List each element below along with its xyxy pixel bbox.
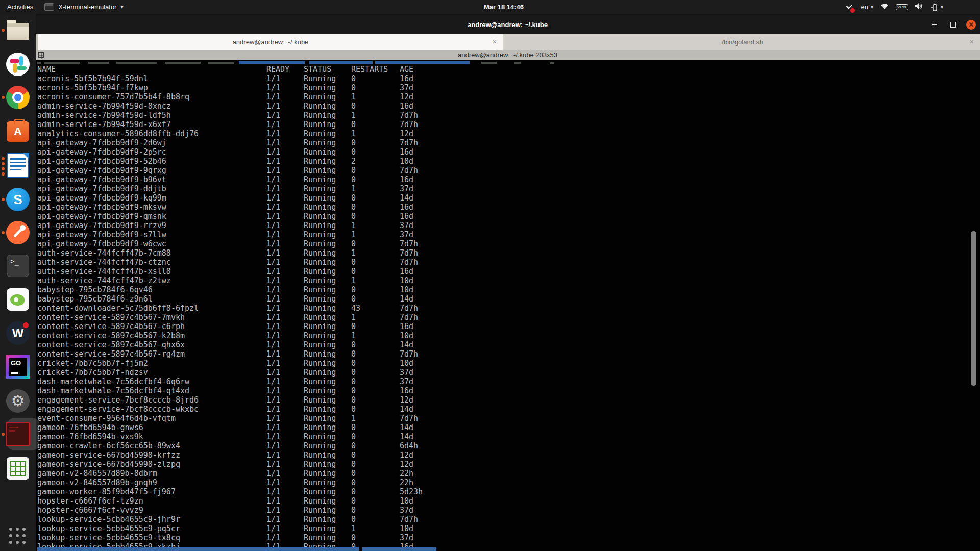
dock-item-slack[interactable] xyxy=(6,52,30,77)
pod-age: 37d xyxy=(400,221,413,230)
tab-close-icon[interactable]: × xyxy=(493,34,497,50)
pod-status: Running xyxy=(304,340,336,349)
pod-ready: 1/1 xyxy=(266,423,280,432)
dock-item-goland[interactable]: GO xyxy=(6,355,30,379)
pod-ready: 1/1 xyxy=(266,386,280,395)
wifi-icon[interactable] xyxy=(880,3,889,11)
table-row: admin-service-7b994f59d-x6xf7 1/1 Runnin… xyxy=(37,120,980,129)
pod-restarts: 0 xyxy=(351,395,356,405)
pod-name: gameon-service-667bd45998-zlzpq xyxy=(37,460,180,469)
pod-status: Running xyxy=(304,304,336,313)
status-check-icon[interactable] xyxy=(844,2,854,12)
pod-ready: 1/1 xyxy=(266,92,280,102)
pod-name: lookup-service-5cbb4655c9-pq5cr xyxy=(37,524,180,533)
pod-age: 7d7h xyxy=(400,120,418,129)
dock-item-libreoffice-writer[interactable] xyxy=(6,153,30,178)
table-row: content-service-5897c4b567-c6rph 1/1 Run… xyxy=(37,322,980,331)
pod-restarts: 0 xyxy=(351,193,356,203)
x-terminal-emulator-icon xyxy=(6,422,30,446)
dock-item-ubuntu-software[interactable]: A xyxy=(6,118,30,143)
terminal-window: andrew@andrew: ~/.kube andrew@andrew: ~/… xyxy=(35,15,980,551)
pod-status: Running xyxy=(304,368,336,377)
pod-ready: 1/1 xyxy=(266,138,280,147)
dock-item-x-terminal-emulator[interactable] xyxy=(6,422,30,446)
dock-item-postman[interactable] xyxy=(6,220,30,245)
pod-age: 14d xyxy=(400,405,413,414)
pod-age: 16d xyxy=(400,212,413,221)
pod-restarts: 0 xyxy=(351,368,356,377)
table-row: api-gateway-7fdbcb9df9-2d6wj 1/1 Running… xyxy=(37,138,980,147)
dock-item-terminal[interactable]: >_ xyxy=(6,254,30,278)
pod-ready: 1/1 xyxy=(266,157,280,166)
pod-restarts: 0 xyxy=(351,212,356,221)
pod-ready: 1/1 xyxy=(266,203,280,212)
pod-restarts: 1 xyxy=(351,221,356,230)
scrollbar-thumb[interactable] xyxy=(971,231,976,386)
window-menu-icon[interactable] xyxy=(38,52,44,58)
dock-item-gnumeric[interactable] xyxy=(6,456,30,481)
dock-item-pinta[interactable] xyxy=(6,287,30,312)
pod-age: 7d7h xyxy=(400,515,418,524)
pod-restarts: 0 xyxy=(351,258,356,267)
minimize-button[interactable] xyxy=(929,19,940,30)
table-row: admin-service-7b994f59d-8xncz 1/1 Runnin… xyxy=(37,102,980,111)
tab-goland[interactable]: ./bin/goland.sh × xyxy=(503,34,980,50)
dock-item-files[interactable] xyxy=(6,18,30,42)
files-icon xyxy=(7,23,29,40)
pod-restarts: 1 xyxy=(351,111,356,120)
activities-label: Activities xyxy=(7,3,33,11)
pod-name: gameon-crawler-6cf56cc65b-89wx4 xyxy=(37,441,180,450)
pod-restarts: 0 xyxy=(351,340,356,349)
pod-ready: 1/1 xyxy=(266,285,280,294)
pod-restarts: 0 xyxy=(351,166,356,175)
pod-status: Running xyxy=(304,395,336,405)
keyboard-layout[interactable]: en ▾ xyxy=(861,3,874,11)
pod-status: Running xyxy=(304,157,336,166)
pod-name: admin-service-7b994f59d-x6xf7 xyxy=(37,120,171,129)
pod-status: Running xyxy=(304,469,336,478)
activities-button[interactable]: Activities xyxy=(0,0,40,14)
pod-name: dash-marketwhale-7c56dcfbf4-6q6rw xyxy=(37,377,189,386)
vpn-icon[interactable]: VPN xyxy=(896,4,908,10)
dock-item-skype[interactable]: S xyxy=(6,187,30,212)
pod-ready: 1/1 xyxy=(266,304,280,313)
chevron-down-icon: ▾ xyxy=(941,5,943,10)
clock[interactable]: Mar 18 14:46 xyxy=(484,0,524,14)
dock-item-wps-office[interactable]: W xyxy=(6,321,30,345)
battery-menu[interactable]: ▾ xyxy=(930,3,943,11)
table-row: gameon-v2-846557d89b-8dbrm 1/1 Running 0… xyxy=(37,469,980,478)
language-label: en xyxy=(861,3,868,11)
dock-item-chrome[interactable] xyxy=(6,85,30,110)
table-row: gameon-service-667bd45998-krfzz 1/1 Runn… xyxy=(37,450,980,460)
pod-status: Running xyxy=(304,248,336,258)
pod-status: Running xyxy=(304,120,336,129)
pod-name: gameon-76fbd6594b-vxs9k xyxy=(37,432,143,441)
terminal-screen[interactable]: NAME READY STATUS RESTARTS AGE acronis-5… xyxy=(35,60,980,551)
tab-close-icon[interactable]: × xyxy=(970,34,974,50)
dock-item-settings[interactable]: ⚙ xyxy=(6,389,30,413)
window-titlebar[interactable]: andrew@andrew: ~/.kube xyxy=(35,15,980,34)
pod-status: Running xyxy=(304,524,336,533)
pod-restarts: 0 xyxy=(351,515,356,524)
running-indicator xyxy=(2,231,5,234)
show-applications-button[interactable] xyxy=(6,524,30,548)
tab-kube[interactable]: andrew@andrew: ~/.kube × xyxy=(38,34,503,50)
pod-name: event-consumer-9564f6d4b-vfqtm xyxy=(37,414,176,423)
pod-status: Running xyxy=(304,478,336,487)
close-button[interactable] xyxy=(966,20,976,30)
app-menu[interactable]: X-terminal-emulator ▾ xyxy=(40,0,127,14)
pod-age: 16d xyxy=(400,102,413,111)
pod-age: 7d7h xyxy=(400,138,418,147)
table-row: api-gateway-7fdbcb9df9-kq99m 1/1 Running… xyxy=(37,193,980,203)
volume-icon[interactable] xyxy=(915,3,923,11)
pod-age: 10d xyxy=(400,359,413,368)
pod-restarts: 0 xyxy=(351,359,356,368)
pod-restarts: 43 xyxy=(351,304,360,313)
maximize-button[interactable] xyxy=(948,19,958,30)
pod-age: 10d xyxy=(400,496,413,506)
pod-name: api-gateway-7fdbcb9df9-rrzv9 xyxy=(37,221,166,230)
table-row: gameon-service-667bd45998-zlzpq 1/1 Runn… xyxy=(37,460,980,469)
pod-age: 12d xyxy=(400,450,413,460)
pod-status: Running xyxy=(304,349,336,359)
pod-restarts: 1 xyxy=(351,92,356,102)
